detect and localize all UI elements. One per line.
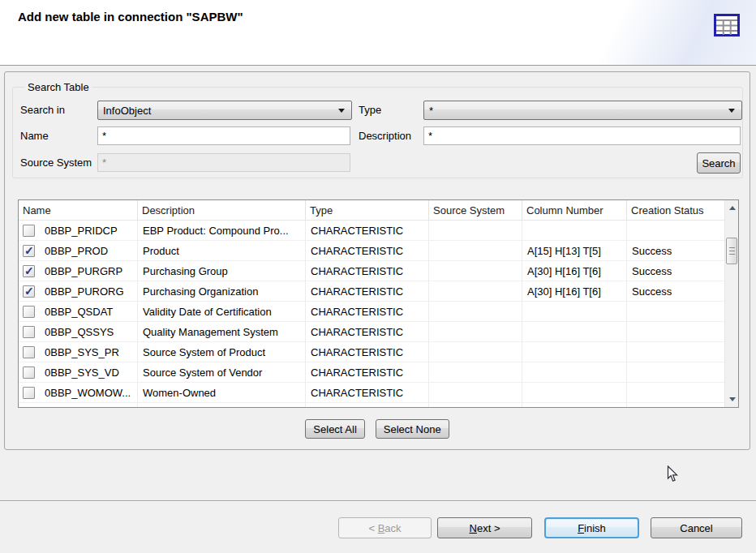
results-table: Name Description Type Source System Colu…	[18, 199, 739, 408]
row-checkbox[interactable]	[23, 306, 35, 318]
scroll-down-button[interactable]	[725, 392, 739, 406]
search-in-combobox[interactable]: InfoObject	[97, 101, 352, 120]
dialog-content: Search Table Search in InfoObject Type *…	[0, 66, 756, 500]
row-checkbox[interactable]	[23, 225, 35, 237]
vertical-scrollbar[interactable]	[724, 200, 738, 407]
search-in-label: Search in	[20, 104, 65, 116]
select-none-button[interactable]: Select None	[376, 419, 449, 439]
table-row[interactable]: 0BBP_PRIDCP EBP Product: Compound Pro...…	[19, 221, 724, 241]
row-checkbox[interactable]	[23, 245, 35, 257]
type-value: *	[424, 105, 728, 117]
table-header-row: Name Description Type Source System Colu…	[19, 200, 724, 221]
row-checkbox[interactable]	[23, 367, 35, 379]
scrollbar-thumb[interactable]	[726, 238, 737, 264]
row-checkbox[interactable]	[23, 346, 35, 358]
table-row[interactable]: 0BBP_QSSYS Quality Management System CHA…	[19, 322, 724, 342]
main-panel: Search Table Search in InfoObject Type *…	[4, 71, 750, 450]
table-body: 0BBP_PRIDCP EBP Product: Compound Pro...…	[19, 221, 738, 403]
column-header-source-system[interactable]: Source System	[429, 200, 522, 221]
type-combobox[interactable]: *	[423, 101, 742, 120]
source-system-label: Source System	[20, 156, 92, 169]
name-label: Name	[20, 130, 49, 142]
name-input[interactable]	[97, 126, 350, 145]
search-group-label: Search Table	[24, 81, 92, 93]
row-checkbox[interactable]	[23, 407, 35, 409]
table-row[interactable]: 0BBP_QSDAT Validity Date of Certificatio…	[19, 302, 724, 322]
arrow-down-icon	[729, 397, 736, 401]
source-system-input	[97, 153, 350, 172]
column-header-name[interactable]: Name	[19, 200, 138, 221]
description-input[interactable]	[423, 126, 741, 145]
column-header-column-number[interactable]: Column Number	[522, 200, 627, 221]
selection-actions: Select All Select None	[5, 419, 750, 439]
column-header-creation-status[interactable]: Creation Status	[627, 200, 724, 221]
page-title: Add new table in connection "SAPBW"	[18, 10, 243, 24]
dialog-header: Add new table in connection "SAPBW"	[0, 0, 756, 66]
chevron-down-icon	[728, 109, 735, 113]
chevron-down-icon	[338, 109, 345, 113]
row-checkbox[interactable]	[23, 285, 35, 298]
table-row[interactable]: 0BBP_PURORG Purchasing Organization CHAR…	[19, 281, 724, 302]
search-button[interactable]: Search	[697, 152, 741, 174]
cancel-button[interactable]: Cancel	[651, 517, 742, 538]
finish-button[interactable]: Finish	[544, 517, 639, 538]
table-row[interactable]: 0BBP_SYS_VD Source System of Vendor CHAR…	[19, 362, 724, 383]
column-header-type[interactable]: Type	[306, 200, 429, 221]
column-header-description[interactable]: Description	[138, 200, 306, 221]
type-label: Type	[359, 104, 381, 116]
table-row[interactable]: 0BBP_PURGRP Purchasing Group CHARACTERIS…	[19, 261, 724, 281]
table-row-partial	[19, 403, 724, 408]
row-checkbox[interactable]	[23, 387, 35, 399]
table-icon	[714, 14, 740, 36]
scroll-up-button[interactable]	[725, 201, 739, 215]
table-row[interactable]: 0BBP_SYS_PR Source System of Product CHA…	[19, 342, 724, 362]
table-row[interactable]: 0BBP_WOMOW... Women-Owned CHARACTERISTIC	[19, 383, 724, 403]
row-checkbox[interactable]	[23, 265, 35, 277]
select-all-button[interactable]: Select All	[305, 419, 364, 439]
back-button: < Back	[338, 517, 432, 538]
row-checkbox[interactable]	[23, 326, 35, 338]
search-in-value: InfoObject	[98, 105, 338, 117]
arrow-up-icon	[729, 206, 736, 210]
table-row[interactable]: 0BBP_PROD Product CHARACTERISTIC A[15] H…	[19, 241, 724, 261]
description-label: Description	[359, 130, 411, 142]
next-button[interactable]: Next >	[437, 517, 532, 538]
wizard-button-bar: < Back Next > Finish Cancel	[0, 502, 756, 553]
